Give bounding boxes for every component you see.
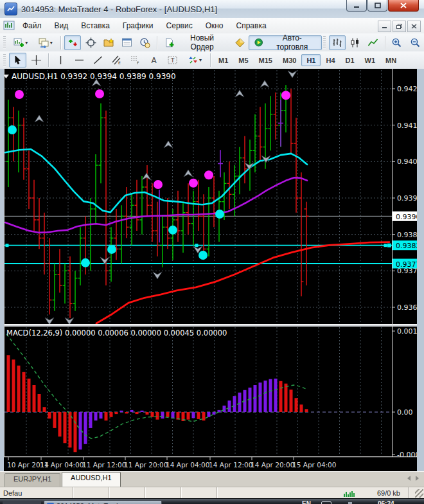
tab-scroll-right-icon[interactable] — [416, 476, 419, 481]
tab-audusd-h1[interactable]: AUDUSD,H1 — [62, 472, 121, 487]
macd-histogram-bar — [300, 404, 303, 412]
svg-text:A: A — [152, 56, 157, 65]
zoom-out-button[interactable] — [407, 35, 423, 50]
up-down-arrows-icon — [67, 37, 78, 48]
zoom-in-button[interactable] — [389, 35, 405, 50]
candlestick-icon — [349, 37, 360, 48]
autotrading-label: Авто-торговля — [268, 33, 317, 51]
metaeditor-button[interactable] — [231, 35, 248, 50]
tester-clock-icon — [139, 37, 150, 48]
window-title: 3014953: MetaTrader 4 - RoboForex - [AUD… — [21, 4, 217, 14]
macd-histogram-bar — [233, 396, 236, 412]
timeframe-mn[interactable]: MN — [380, 54, 402, 66]
timeframe-m5[interactable]: M5 — [233, 54, 253, 66]
new-order-button[interactable]: Новый Ордер — [159, 35, 231, 50]
chart-menu-icon — [3, 21, 16, 31]
text-button[interactable]: A — [145, 53, 163, 68]
macd-histogram-bar — [228, 401, 231, 412]
timeframe-h4[interactable]: H4 — [321, 54, 340, 66]
new-chart-button[interactable]: ▾ — [9, 35, 33, 50]
macd-histogram-bar — [120, 411, 123, 412]
macd-histogram-bar — [84, 412, 87, 444]
bar-chart-mode-button[interactable] — [329, 35, 346, 50]
timeframe-m15[interactable]: M15 — [254, 54, 278, 66]
toolbar-grip[interactable] — [3, 36, 6, 49]
signal-dot-cyan — [107, 245, 116, 254]
chart-tabs-bar: EURJPY,H1 AUDUSD,H1 — [0, 471, 424, 487]
maximize-button[interactable] — [367, 0, 387, 12]
signal-dot-cyan — [81, 258, 90, 267]
chart-area[interactable]: 0.94250.94150.94050.93950.93850.93750.93… — [0, 69, 424, 471]
app-icon — [4, 3, 17, 15]
crosshair-button[interactable] — [28, 53, 45, 68]
market-watch-toggle[interactable] — [64, 35, 81, 50]
menu-item-insert[interactable]: Вставка — [75, 19, 116, 32]
arrow-objects-icon — [188, 55, 199, 66]
clock[interactable]: 06:24 — [378, 500, 394, 504]
tab-scroll-left-icon[interactable] — [407, 476, 411, 481]
profiles-button[interactable]: ▾ — [34, 35, 58, 50]
cursor-button[interactable] — [9, 53, 26, 68]
signal-dot-magenta — [154, 180, 163, 189]
macd-histogram-bar — [105, 412, 108, 420]
timeframe-w1[interactable]: W1 — [360, 54, 381, 66]
menu-item-window[interactable]: Окно — [199, 19, 230, 32]
minimize-button[interactable] — [346, 0, 367, 12]
strategy-tester-button[interactable] — [136, 35, 153, 50]
equidistant-channel-button[interactable]: E — [108, 53, 125, 68]
menu-item-charts[interactable]: Графики — [116, 19, 160, 32]
tray-icon[interactable] — [347, 501, 353, 504]
timeframe-h1[interactable]: H1 — [301, 54, 321, 66]
mdi-minimize-button[interactable] — [378, 21, 391, 32]
macd-histogram-bar — [161, 412, 164, 419]
macd-histogram-bar — [208, 412, 211, 417]
menu-bar: Файл Вид Вставка Графики Сервис Окно Спр… — [0, 18, 424, 34]
chart-ohlc-header: AUDUSD,H1 0.9392 0.9394 0.9389 0.9390 — [12, 72, 176, 81]
timeframe-m1[interactable]: M1 — [213, 54, 233, 66]
macd-histogram-bar — [146, 412, 149, 415]
toolbar-grip[interactable] — [3, 54, 6, 67]
taskbar-mt4-button[interactable]: 3014953: MetaTrader — [44, 500, 162, 504]
timeframe-m30[interactable]: M30 — [278, 54, 301, 66]
autotrading-button[interactable]: Авто-торговля — [249, 35, 321, 50]
keyboard-tray-icon[interactable] — [321, 501, 331, 504]
timeframe-d1[interactable]: D1 — [340, 54, 360, 66]
navigator-button[interactable] — [100, 35, 117, 50]
data-window-button[interactable] — [82, 35, 99, 50]
language-indicator[interactable]: EN — [302, 500, 311, 504]
price-chart[interactable]: 0.94250.94150.94050.93950.93850.93750.93… — [0, 69, 424, 471]
menu-item-view[interactable]: Вид — [48, 19, 75, 32]
window-border — [417, 69, 424, 471]
text-label-button[interactable]: T — [164, 53, 181, 68]
status-bar: Defau 69/0 kb — [0, 487, 424, 499]
axis-separator — [392, 69, 393, 457]
close-button[interactable] — [388, 0, 419, 12]
toolbar-grip[interactable] — [323, 36, 326, 49]
title-bar[interactable]: 3014953: MetaTrader 4 - RoboForex - [AUD… — [0, 0, 424, 19]
trendline-button[interactable] — [89, 53, 107, 68]
line-anchor — [195, 244, 199, 247]
horizontal-line-button[interactable] — [71, 53, 88, 68]
menu-item-file[interactable]: Файл — [16, 19, 48, 32]
taskbar-item-partial[interactable] — [3, 501, 41, 504]
macd-histogram-bar — [136, 412, 139, 414]
macd-histogram-bar — [197, 412, 200, 419]
new-order-icon — [164, 37, 175, 48]
tab-eurjpy-h1[interactable]: EURJPY,H1 — [4, 473, 60, 487]
target-icon — [85, 37, 96, 48]
macd-histogram-bar — [269, 379, 272, 412]
macd-histogram-bar — [156, 412, 159, 420]
resize-grip[interactable] — [415, 489, 423, 498]
vertical-line-button[interactable] — [52, 53, 69, 68]
terminal-button[interactable] — [118, 35, 135, 50]
dropdown-caret-icon: ▾ — [25, 40, 28, 46]
menu-item-help[interactable]: Справка — [230, 19, 273, 32]
status-profile[interactable]: Defau — [3, 489, 22, 497]
mdi-close-button[interactable] — [407, 21, 421, 32]
arrow-objects-button[interactable]: ▾ — [182, 53, 207, 68]
menu-item-tools[interactable]: Сервис — [160, 19, 199, 32]
candlestick-mode-button[interactable] — [347, 35, 364, 50]
fibonacci-button[interactable]: F — [127, 53, 144, 68]
mdi-restore-button[interactable] — [393, 21, 406, 32]
line-chart-mode-button[interactable] — [365, 35, 382, 50]
